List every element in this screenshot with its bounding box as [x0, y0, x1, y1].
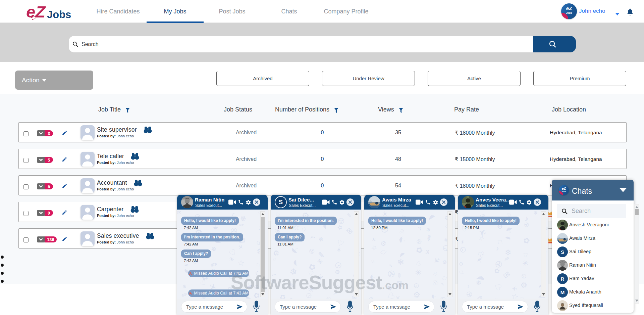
filter-funnel-icon[interactable] — [399, 108, 403, 113]
nav-item-hire-candidates[interactable]: Hire Candidates — [90, 0, 147, 23]
voice-call-icon[interactable] — [425, 199, 431, 205]
notification-bell-icon[interactable] — [627, 8, 634, 17]
row-checkbox[interactable] — [23, 131, 29, 136]
filter-funnel-icon[interactable] — [125, 108, 130, 113]
send-message-icon[interactable] — [424, 304, 430, 309]
scrollbar-thumb[interactable] — [261, 217, 265, 292]
video-call-icon[interactable] — [509, 199, 517, 205]
filter-button-active[interactable]: Active — [428, 71, 521, 86]
chat-scrollbar[interactable] — [354, 211, 359, 297]
settings-gear-icon[interactable] — [526, 199, 532, 205]
job-title[interactable]: Sales executive — [97, 232, 139, 239]
nav-item-chats[interactable]: Chats — [261, 0, 318, 23]
close-chat-icon[interactable] — [346, 198, 354, 206]
scroll-down-icon[interactable] — [448, 293, 451, 296]
chat-message-input[interactable] — [280, 304, 328, 310]
mic-icon[interactable] — [440, 300, 447, 314]
chats-panel-collapse-icon[interactable] — [619, 187, 627, 193]
scroll-up-icon[interactable] — [542, 213, 545, 215]
edit-pencil-icon[interactable] — [62, 156, 67, 164]
applicants-badge[interactable]: 3 — [37, 130, 53, 136]
applicants-badge[interactable]: 5 — [37, 157, 53, 163]
nav-item-post-jobs[interactable]: Post Jobs — [204, 0, 261, 23]
chats-panel-header[interactable]: eZ Jobs Chats — [552, 180, 634, 200]
scrollbar-thumb[interactable] — [635, 209, 639, 215]
filter-funnel-icon[interactable] — [334, 108, 338, 113]
contact-row[interactable]: S Sai Dileep — [552, 245, 634, 259]
settings-gear-icon[interactable] — [246, 199, 251, 205]
close-chat-icon[interactable] — [440, 198, 447, 206]
contact-row[interactable]: M Mekala Ananth — [552, 285, 634, 299]
edit-pencil-icon[interactable] — [62, 236, 67, 243]
job-title[interactable]: Site supervisor — [97, 126, 137, 133]
job-title[interactable]: Tele caller — [97, 153, 124, 160]
binoculars-icon[interactable] — [144, 126, 152, 133]
scroll-down-icon[interactable] — [542, 293, 545, 296]
scroll-down-icon[interactable] — [635, 300, 638, 302]
user-avatar[interactable]: eZ Jobs — [561, 3, 577, 19]
mic-icon[interactable] — [534, 300, 540, 314]
chats-search-input[interactable] — [572, 208, 625, 215]
chat-message-input[interactable] — [373, 304, 422, 310]
row-checkbox[interactable] — [23, 237, 29, 242]
row-checkbox[interactable] — [23, 158, 29, 163]
mic-icon[interactable] — [253, 300, 260, 314]
filter-button-premium[interactable]: Premium — [533, 71, 626, 86]
chats-panel-scrollbar[interactable] — [634, 204, 639, 304]
contact-row[interactable]: Raman Nitin — [552, 259, 634, 272]
send-message-icon[interactable] — [237, 304, 243, 309]
contact-row[interactable]: R Ram Yadav — [552, 272, 634, 285]
filter-button-under-review[interactable]: Under Review — [322, 71, 415, 86]
search-input[interactable] — [82, 41, 484, 47]
row-checkbox[interactable] — [23, 184, 29, 189]
scroll-up-icon[interactable] — [635, 206, 638, 208]
filter-button-archived[interactable]: Archived — [216, 71, 309, 86]
scroll-down-icon[interactable] — [261, 293, 264, 296]
applicants-badge[interactable]: 0 — [37, 210, 53, 216]
user-name[interactable]: John echo — [579, 8, 605, 14]
binoculars-icon[interactable] — [146, 232, 154, 239]
video-call-icon[interactable] — [228, 199, 236, 205]
send-message-icon[interactable] — [330, 304, 336, 309]
contact-row[interactable]: Syed Iftequarali — [552, 299, 634, 312]
chat-message-input[interactable] — [467, 304, 516, 310]
edit-pencil-icon[interactable] — [62, 210, 67, 217]
edit-pencil-icon[interactable] — [62, 130, 67, 137]
nav-item-company-profile[interactable]: Company Profile — [318, 0, 375, 23]
chat-scrollbar[interactable] — [541, 211, 546, 297]
applicants-badge[interactable]: 136 — [37, 236, 57, 242]
binoculars-icon[interactable] — [131, 153, 139, 160]
voice-call-icon[interactable] — [238, 199, 244, 205]
close-chat-icon[interactable] — [253, 198, 260, 206]
scroll-up-icon[interactable] — [448, 213, 451, 215]
chat-scrollbar[interactable] — [447, 211, 452, 297]
settings-gear-icon[interactable] — [339, 199, 345, 205]
settings-gear-icon[interactable] — [433, 199, 438, 205]
job-title[interactable]: Accountant — [97, 179, 127, 186]
video-call-icon[interactable] — [322, 199, 330, 205]
close-chat-icon[interactable] — [534, 198, 541, 206]
video-call-icon[interactable] — [416, 199, 423, 205]
send-message-icon[interactable] — [518, 304, 524, 309]
chat-message-input[interactable] — [186, 304, 235, 310]
scroll-down-icon[interactable] — [355, 293, 358, 296]
job-title[interactable]: Carpenter — [97, 206, 124, 213]
action-dropdown[interactable]: Action — [15, 71, 93, 90]
scroll-up-icon[interactable] — [261, 213, 264, 215]
applicants-badge[interactable]: 5 — [37, 183, 53, 189]
search-button[interactable] — [533, 36, 576, 52]
binoculars-icon[interactable] — [134, 179, 142, 186]
scroll-up-icon[interactable] — [355, 213, 358, 215]
edit-pencil-icon[interactable] — [62, 183, 67, 190]
voice-call-icon[interactable] — [519, 199, 525, 205]
contact-row[interactable]: Anvesh Veeragoni — [552, 218, 634, 232]
voice-call-icon[interactable] — [331, 199, 337, 205]
row-checkbox[interactable] — [23, 211, 29, 216]
mic-icon[interactable] — [347, 300, 353, 314]
contact-row[interactable]: Awais Mirza — [552, 232, 634, 245]
user-menu-caret-icon[interactable] — [615, 11, 620, 17]
ezjobs-logo[interactable]: eZ Jobs — [25, 2, 72, 21]
chat-scrollbar[interactable] — [260, 211, 265, 297]
binoculars-icon[interactable] — [130, 206, 139, 213]
nav-item-my-jobs[interactable]: My Jobs — [147, 0, 204, 23]
